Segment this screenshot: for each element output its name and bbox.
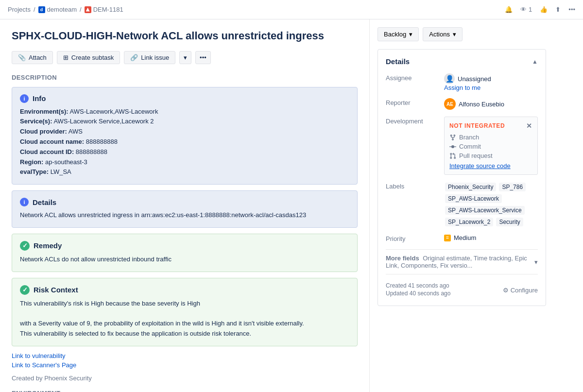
backlog-button[interactable]: Backlog ▾ bbox=[377, 27, 419, 41]
vulnerability-link[interactable]: Link to vulnerability bbox=[12, 352, 358, 359]
dev-close-btn[interactable]: ✕ bbox=[526, 122, 532, 130]
details-info-title: Details bbox=[33, 198, 56, 206]
sep2: / bbox=[80, 6, 82, 13]
remedy-card-body: Network ACLs do not allow unrestricted i… bbox=[20, 255, 349, 265]
details-title-row: Details ▲ bbox=[386, 57, 538, 66]
info-cloud-provider: Cloud provider: AWS bbox=[20, 127, 349, 137]
breadcrumb-projects[interactable]: Projects bbox=[8, 6, 31, 13]
watch-count: 1 bbox=[529, 6, 532, 13]
details-info-body: Network ACL allows unrestricted ingress … bbox=[20, 210, 349, 221]
svg-point-0 bbox=[451, 145, 454, 148]
info-region: Region: ap-southeast-3 bbox=[20, 157, 349, 168]
risk-context-header: ✓ Risk Context bbox=[20, 285, 349, 295]
label-sp-aws-lacework[interactable]: SP_AWS-Lacework bbox=[445, 194, 502, 203]
toolbar: 📎 Attach ⊞ Create subtask 🔗 Link issue ▾… bbox=[12, 51, 358, 64]
description-label: Description bbox=[12, 74, 358, 81]
development-label: Development bbox=[386, 117, 444, 125]
labels-value: Phoenix_Security SP_786 SP_AWS-Lacework … bbox=[444, 182, 538, 227]
attach-button[interactable]: 📎 Attach bbox=[12, 51, 53, 64]
link-issue-button[interactable]: 🔗 Link issue bbox=[124, 51, 175, 64]
info-services: Service(s): AWS-Lacework Service,Lacewor… bbox=[20, 117, 349, 127]
labels-container: Phoenix_Security SP_786 SP_AWS-Lacework … bbox=[444, 182, 538, 227]
configure-button[interactable]: ⚙ Configure bbox=[503, 287, 538, 294]
priority-value: Medium bbox=[444, 234, 538, 241]
assignee-name: 👤 Unassigned bbox=[444, 73, 538, 84]
sidebar-header-row: Backlog ▾ Actions ▾ bbox=[377, 27, 546, 41]
info-card-header: i Info bbox=[20, 94, 349, 103]
more-fields-row[interactable]: More fields Original estimate, Time trac… bbox=[386, 249, 538, 274]
development-value: NOT INTEGRATED ✕ Branch Commit bbox=[444, 117, 538, 175]
timestamps: Created 41 seconds ago Updated 40 second… bbox=[386, 274, 538, 298]
top-bar: Projects / d demoteam / DEM-1181 🔔 👁 1 👍… bbox=[0, 0, 583, 19]
assignee-value: 👤 Unassigned Assign to me bbox=[444, 73, 538, 91]
label-security[interactable]: Security bbox=[496, 218, 523, 226]
watch-btn[interactable]: 👁 1 bbox=[520, 6, 532, 13]
label-phoenix-security[interactable]: Phoenix_Security bbox=[445, 183, 496, 191]
left-content: SPHX-CLOUD-HIGH-Network ACL allows unres… bbox=[0, 19, 369, 392]
more-options-btn[interactable]: ••• bbox=[568, 6, 575, 13]
dev-commit-item: Commit bbox=[449, 143, 532, 150]
unassigned-icon: 👤 bbox=[444, 73, 455, 84]
priority-display: Medium bbox=[444, 234, 538, 241]
commit-icon bbox=[449, 143, 456, 150]
info-icon: i bbox=[20, 94, 29, 103]
more-fields-label: More fields Original estimate, Time trac… bbox=[386, 255, 534, 269]
info-cloud-account-name: Cloud account name: 888888888 bbox=[20, 137, 349, 147]
create-subtask-button[interactable]: ⊞ Create subtask bbox=[57, 51, 120, 64]
scanner-link[interactable]: Link to Scanner's Page bbox=[12, 361, 358, 369]
configure-row: Created 41 seconds ago Updated 40 second… bbox=[386, 282, 538, 298]
environment-label: Environment bbox=[12, 390, 358, 392]
main-layout: SPHX-CLOUD-HIGH-Network ACL allows unres… bbox=[0, 19, 583, 392]
details-collapse-btn[interactable]: ▲ bbox=[532, 58, 538, 65]
risk-context-icon: ✓ bbox=[20, 285, 30, 295]
notifications-btn[interactable]: 🔔 bbox=[505, 6, 513, 13]
share-btn[interactable]: ⬆ bbox=[555, 6, 561, 13]
more-toolbar-button[interactable]: ••• bbox=[195, 51, 211, 64]
gear-icon: ⚙ bbox=[503, 287, 509, 294]
expand-toolbar-button[interactable]: ▾ bbox=[179, 51, 191, 64]
label-sp-aws-lacework-service[interactable]: SP_AWS-Lacework_Service bbox=[445, 206, 525, 215]
created-by: Created by Phoenix Security bbox=[12, 375, 358, 382]
right-sidebar: Backlog ▾ Actions ▾ Details ▲ Assignee 👤 bbox=[369, 19, 554, 392]
timestamps-text: Created 41 seconds ago Updated 40 second… bbox=[386, 282, 450, 298]
reporter-avatar: AE bbox=[444, 98, 456, 110]
dev-status: NOT INTEGRATED ✕ bbox=[449, 122, 532, 130]
details-panel: Details ▲ Assignee 👤 Unassigned Assign t… bbox=[377, 49, 546, 306]
info-cloud-account-id: Cloud account ID: 888888888 bbox=[20, 147, 349, 157]
like-btn[interactable]: 👍 bbox=[540, 6, 548, 13]
details-info-header: i Details bbox=[20, 198, 349, 206]
sep1: / bbox=[34, 6, 35, 13]
attach-icon: 📎 bbox=[18, 54, 26, 61]
details-info-card: i Details Network ACL allows unrestricte… bbox=[12, 190, 358, 228]
risk-context-title: Risk Context bbox=[34, 286, 78, 294]
reporter-row: Reporter AE Alfonso Eusebio bbox=[386, 98, 538, 110]
integrate-source-link[interactable]: Integrate source code bbox=[449, 162, 532, 170]
breadcrumb-team[interactable]: demoteam bbox=[47, 6, 77, 13]
info-environments: Environment(s): AWS-Lacework,AWS-Lacewor… bbox=[20, 107, 349, 117]
more-fields-chevron: ▾ bbox=[534, 258, 538, 266]
label-sp-lacework-2[interactable]: SP_Lacework_2 bbox=[445, 218, 493, 226]
label-sp-786[interactable]: SP_786 bbox=[499, 183, 526, 191]
issue-type-icon bbox=[85, 6, 91, 13]
dev-pull-request-item: Pull request bbox=[449, 152, 532, 159]
team-icon: d bbox=[38, 6, 45, 13]
remedy-card-header: ✓ Remedy bbox=[20, 241, 349, 251]
link-icon: 🔗 bbox=[130, 54, 138, 61]
dev-section: NOT INTEGRATED ✕ Branch Commit bbox=[444, 117, 538, 175]
actions-button[interactable]: Actions ▾ bbox=[423, 27, 463, 41]
details-info-icon: i bbox=[20, 198, 29, 206]
info-card-body: Environment(s): AWS-Lacework,AWS-Lacewor… bbox=[20, 107, 349, 178]
actions-chevron-icon: ▾ bbox=[453, 31, 456, 38]
pull-request-icon bbox=[449, 153, 456, 159]
info-card-title: Info bbox=[33, 94, 46, 102]
breadcrumb-issue-key[interactable]: DEM-1181 bbox=[93, 6, 123, 13]
labels-row: Labels Phoenix_Security SP_786 SP_AWS-La… bbox=[386, 182, 538, 227]
details-panel-title: Details bbox=[386, 57, 410, 66]
issue-title: SPHX-CLOUD-HIGH-Network ACL allows unres… bbox=[12, 29, 358, 43]
reporter-value: AE Alfonso Eusebio bbox=[444, 98, 538, 110]
risk-context-body: This vulnerability's risk is High becaus… bbox=[20, 299, 349, 339]
remedy-card-title: Remedy bbox=[34, 241, 62, 250]
assign-to-me-link[interactable]: Assign to me bbox=[444, 84, 480, 91]
backlog-chevron-icon: ▾ bbox=[409, 31, 412, 38]
priority-label: Priority bbox=[386, 234, 444, 242]
